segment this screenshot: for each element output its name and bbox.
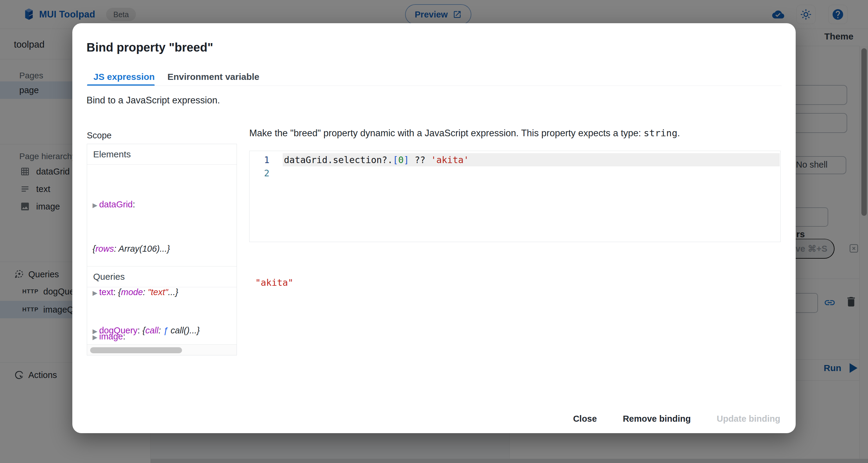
tab-environment-variable[interactable]: Environment variable — [161, 68, 266, 86]
binding-tabs: JS expression Environment variable — [87, 68, 266, 86]
tree-node-datagrid[interactable]: ▶ dataGrid: — [93, 197, 218, 213]
tab-js-expression[interactable]: JS expression — [87, 68, 161, 86]
scope-inspector: Elements ▶ dataGrid: {rows: Array(106)..… — [87, 144, 237, 356]
scope-queries-header: Queries — [87, 266, 237, 287]
bind-property-dialog: Bind property "breed" JS expression Envi… — [72, 23, 796, 433]
expression-hint: Make the "breed" property dynamic with a… — [249, 127, 680, 138]
tree-node-dogquery[interactable]: ▶ dogQuery: {call: ƒ call()...} — [93, 323, 200, 339]
divider — [87, 86, 781, 86]
update-binding-button[interactable]: Update binding — [712, 411, 784, 427]
remove-binding-button[interactable]: Remove binding — [618, 411, 695, 427]
js-expression-editor[interactable]: 1 dataGrid.selection?.[0] ?? 'akita' 2 — [249, 151, 781, 242]
scope-label: Scope — [87, 130, 112, 141]
scope-scrollbar-thumb[interactable] — [90, 347, 182, 353]
dialog-actions: Close Remove binding Update binding — [569, 411, 784, 427]
hint-suffix: . — [678, 128, 680, 138]
tab-description: Bind to a JavaScript expression. — [87, 95, 220, 106]
line-number: 1 — [250, 155, 274, 165]
code-line: dataGrid.selection?.[0] ?? 'akita' — [284, 155, 469, 165]
scope-elements-header: Elements — [87, 144, 237, 164]
editor-line-1[interactable]: 1 dataGrid.selection?.[0] ?? 'akita' — [250, 153, 780, 166]
dialog-title: Bind property "breed" — [87, 41, 213, 54]
tree-node-datagrid-preview[interactable]: {rows: Array(106)...} — [93, 242, 218, 256]
expression-result: "akita" — [255, 277, 293, 288]
line-number: 2 — [250, 168, 274, 179]
hint-type: string — [644, 127, 678, 138]
app-root: MUI Toolpad Beta Preview — [0, 0, 868, 463]
scope-horizontal-scrollbar[interactable] — [87, 344, 237, 356]
close-button[interactable]: Close — [569, 411, 601, 427]
editor-line-2[interactable]: 2 — [250, 166, 780, 180]
hint-prefix: Make the "breed" property dynamic with a… — [249, 128, 644, 138]
